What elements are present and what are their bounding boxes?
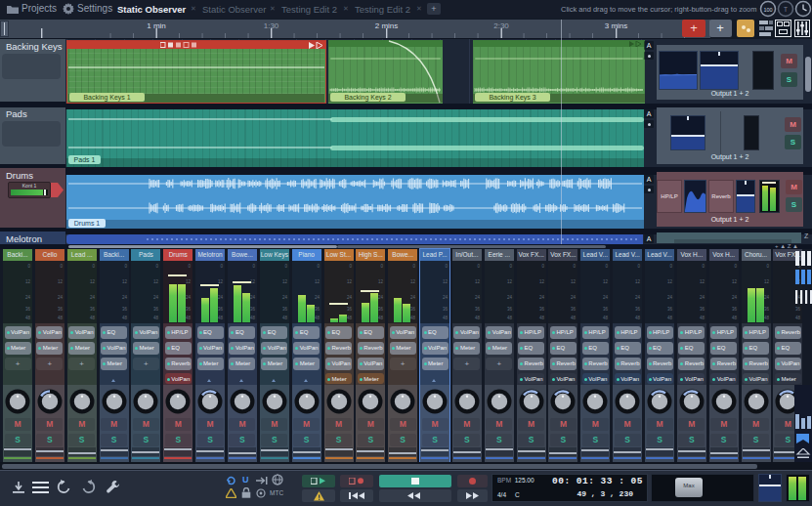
svg-text:100: 100	[763, 7, 772, 13]
svg-text:T: T	[784, 6, 788, 13]
